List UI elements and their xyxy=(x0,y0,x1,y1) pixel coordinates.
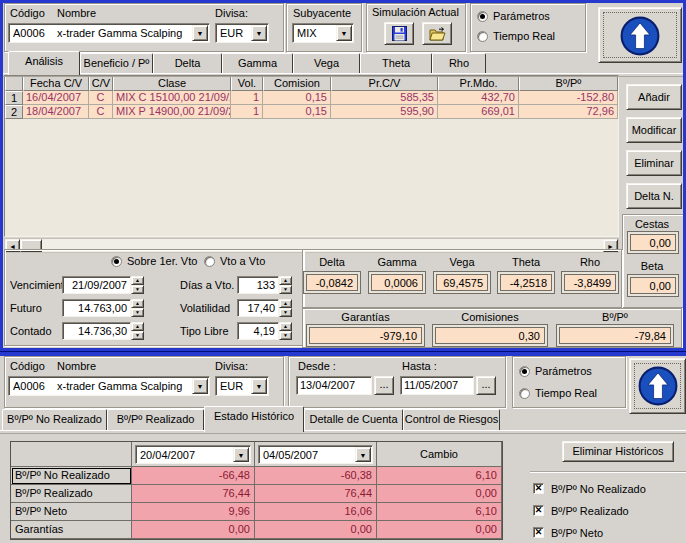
row-cambio[interactable]: 6,10 xyxy=(377,467,502,485)
historic-row[interactable]: Garantías 0,00 0,00 0,00 xyxy=(11,521,502,539)
date1-header: 20/04/2007 xyxy=(132,442,255,467)
bp-neto-checkbox-label: Bº/Pº Neto xyxy=(551,527,603,539)
historic-row[interactable]: Bº/Pº No Realizado -66,48 -60,38 6,10 xyxy=(11,467,502,485)
row-value-2[interactable]: 0,00 xyxy=(255,521,377,539)
chevron-down-icon[interactable] xyxy=(233,447,249,462)
divisa-combobox-bottom[interactable]: EUR xyxy=(215,376,269,396)
tab-strip-line xyxy=(0,430,686,434)
parametros-radio-bottom[interactable] xyxy=(519,366,530,377)
historic-table: 20/04/2007 04/05/2007 Cambio Bº/Pº No Re… xyxy=(10,441,503,540)
codigo-label: Código xyxy=(10,360,45,372)
row-value-1[interactable]: 9,96 xyxy=(132,503,255,521)
focus-rectangle xyxy=(634,363,681,409)
eliminar-historicos-button[interactable]: Eliminar Históricos xyxy=(562,441,674,462)
row-value-2[interactable]: -60,38 xyxy=(255,467,377,485)
tab-estado-historico[interactable]: Estado Histórico xyxy=(204,406,304,432)
row-label[interactable]: Bº/Pº No Realizado xyxy=(11,467,132,485)
divisa-value: EUR xyxy=(220,380,243,392)
top-panel-frame xyxy=(0,0,686,351)
tab-bp-realizado[interactable]: Bº/Pº Realizado xyxy=(107,409,204,431)
separator-line xyxy=(530,471,686,473)
run-historic-button[interactable] xyxy=(629,358,686,414)
bp-no-realizado-checkbox[interactable] xyxy=(533,483,544,494)
desde-browse-button[interactable]: ... xyxy=(374,376,394,395)
chevron-down-icon[interactable] xyxy=(251,378,267,394)
row-value-1[interactable]: 0,00 xyxy=(132,521,255,539)
historic-blank-header xyxy=(11,442,132,467)
nombre-label: Nombre xyxy=(57,360,96,372)
desde-field[interactable]: 13/04/2007 xyxy=(296,376,372,395)
date1-combobox[interactable]: 20/04/2007 xyxy=(135,445,251,464)
row-cambio[interactable]: 0,00 xyxy=(377,485,502,503)
bp-neto-checkbox[interactable] xyxy=(533,527,544,538)
parametros-radio-label: Parámetros xyxy=(535,365,592,377)
hasta-label: Hasta : xyxy=(402,360,437,372)
row-value-2[interactable]: 76,44 xyxy=(255,485,377,503)
tab-bp-no-realizado[interactable]: Bº/Pº No Realizado xyxy=(2,409,107,431)
bp-realizado-checkbox-label: Bº/Pº Realizado xyxy=(551,505,629,517)
row-value-2[interactable]: 16,06 xyxy=(255,503,377,521)
row-label[interactable]: Bº/Pº Neto xyxy=(11,503,132,521)
row-cambio[interactable]: 0,00 xyxy=(377,521,502,539)
tiempo-real-radio-label: Tiempo Real xyxy=(535,387,597,399)
date2-header: 04/05/2007 xyxy=(255,442,377,467)
tab-analisis[interactable]: Análisis xyxy=(8,51,80,75)
historic-row[interactable]: Bº/Pº Realizado 76,44 76,44 0,00 xyxy=(11,485,502,503)
cambio-header: Cambio xyxy=(377,442,502,467)
divisa-label: Divisa: xyxy=(215,360,248,372)
desde-label: Desde : xyxy=(298,360,336,372)
chevron-down-icon[interactable] xyxy=(192,378,208,394)
tab-strip-line xyxy=(3,73,683,77)
row-label[interactable]: Garantías xyxy=(11,521,132,539)
instrument-combobox-bottom[interactable]: A0006 x-trader Gamma Scalping xyxy=(8,376,210,396)
historic-header-row: 20/04/2007 04/05/2007 Cambio xyxy=(11,442,502,467)
nombre-value: x-trader Gamma Scalping xyxy=(57,380,182,392)
row-value-1[interactable]: -66,48 xyxy=(132,467,255,485)
codigo-value: A0006 xyxy=(13,380,45,392)
tiempo-real-radio-bottom[interactable] xyxy=(519,388,530,399)
bp-no-realizado-checkbox-label: Bº/Pº No Realizado xyxy=(551,483,646,495)
chevron-down-icon[interactable] xyxy=(355,447,371,462)
trading-simulator-window: Código Nombre A0006 x-trader Gamma Scalp… xyxy=(0,0,686,543)
historic-row[interactable]: Bº/Pº Neto 9,96 16,06 6,10 xyxy=(11,503,502,521)
row-label[interactable]: Bº/Pº Realizado xyxy=(11,485,132,503)
date2-combobox[interactable]: 04/05/2007 xyxy=(258,445,373,464)
row-value-1[interactable]: 76,44 xyxy=(132,485,255,503)
tab-control-riesgos[interactable]: Control de Riesgos xyxy=(403,409,500,431)
hasta-field[interactable]: 11/05/2007 xyxy=(400,376,474,395)
hasta-browse-button[interactable]: ... xyxy=(476,376,496,395)
row-cambio[interactable]: 6,10 xyxy=(377,503,502,521)
tab-detalle-cuenta[interactable]: Detalle de Cuenta xyxy=(304,409,403,431)
bp-realizado-checkbox[interactable] xyxy=(533,505,544,516)
mode-group-bottom xyxy=(512,356,626,408)
